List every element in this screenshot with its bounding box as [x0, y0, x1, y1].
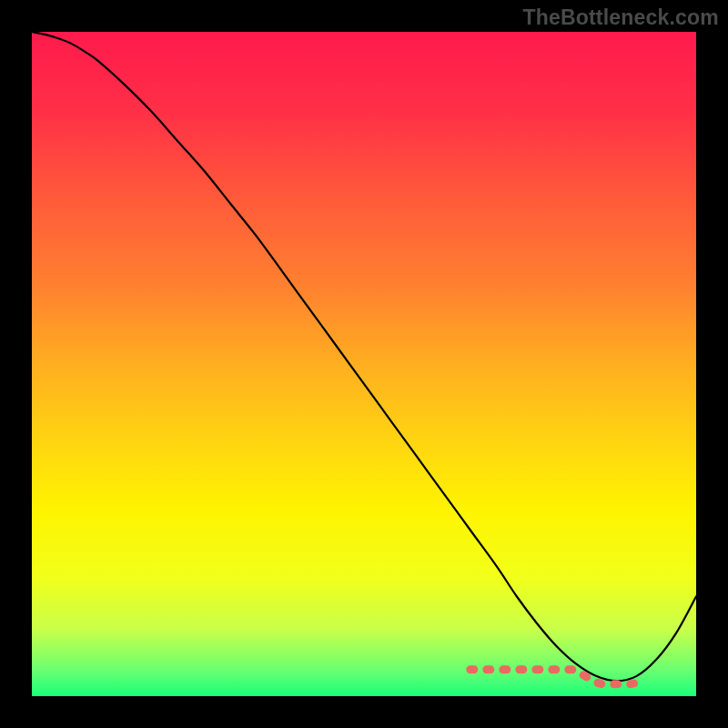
plot-svg — [32, 32, 696, 696]
chart-frame: TheBottleneck.com — [0, 0, 728, 728]
gradient-background — [32, 32, 696, 696]
plot-area — [32, 32, 696, 696]
watermark-text: TheBottleneck.com — [522, 5, 719, 30]
